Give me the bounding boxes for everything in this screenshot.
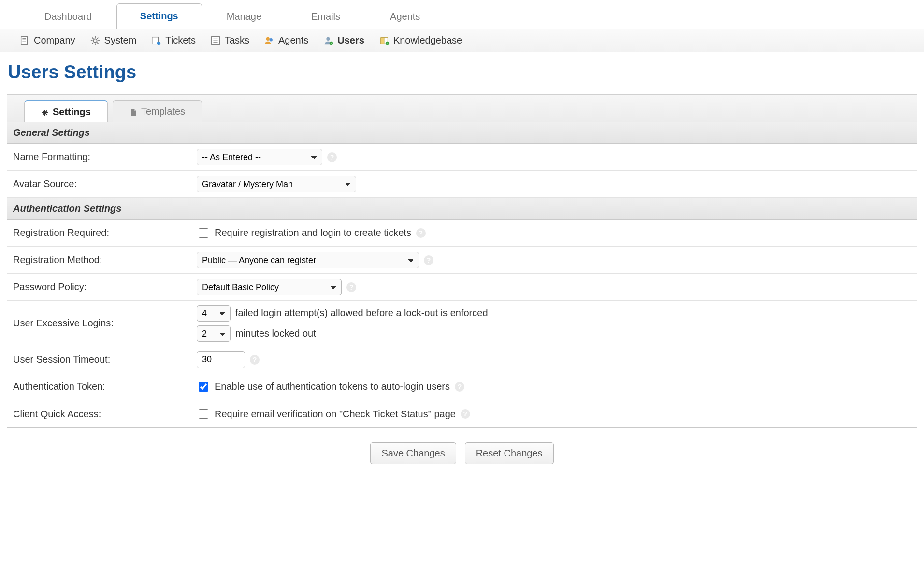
- settings-form: General Settings Name Formatting: -- As …: [7, 122, 917, 428]
- svg-text:+: +: [331, 42, 332, 45]
- topnav-tab-settings[interactable]: Settings: [116, 3, 202, 29]
- select-name-formatting[interactable]: -- As Entered --: [197, 149, 322, 165]
- subnav-label: Tickets: [165, 35, 196, 46]
- checkbox-registration-required[interactable]: [199, 228, 208, 238]
- help-icon[interactable]: ?: [327, 152, 337, 162]
- text-lock-minutes: minutes locked out: [235, 328, 316, 339]
- svg-point-4: [93, 39, 97, 42]
- content-tab-label: Settings: [53, 106, 91, 118]
- input-session-timeout[interactable]: [197, 351, 245, 368]
- subnav-label: Agents: [278, 35, 308, 46]
- subnav-label: Tasks: [225, 35, 249, 46]
- text-registration-required: Require registration and login to create…: [215, 227, 411, 238]
- row-name-formatting: Name Formatting: -- As Entered -- ?: [7, 144, 917, 171]
- row-registration-required: Registration Required: Require registrat…: [7, 220, 917, 247]
- label-registration-method: Registration Method:: [7, 249, 191, 271]
- content-tabs: Settings Templates: [7, 94, 917, 122]
- content-tab-settings[interactable]: Settings: [24, 100, 108, 122]
- label-auth-token: Authentication Token:: [7, 375, 191, 398]
- section-header-general: General Settings: [7, 122, 917, 144]
- select-login-attempts[interactable]: 4: [197, 305, 231, 322]
- svg-point-21: [269, 38, 272, 41]
- subnav-company[interactable]: Company: [19, 35, 75, 46]
- select-avatar-source[interactable]: Gravatar / Mystery Man: [197, 176, 356, 192]
- row-auth-token: Authentication Token: Enable use of auth…: [7, 373, 917, 400]
- subnav-agents[interactable]: Agents: [264, 35, 308, 46]
- svg-text:+: +: [158, 42, 159, 45]
- asterisk-icon: [41, 108, 49, 116]
- select-lock-minutes[interactable]: 2: [197, 325, 231, 342]
- sub-nav: Company System + Tickets Tasks Agents + …: [0, 29, 924, 52]
- subnav-label: System: [104, 35, 137, 46]
- save-button[interactable]: Save Changes: [370, 442, 456, 464]
- topnav-tab-dashboard[interactable]: Dashboard: [19, 4, 117, 29]
- help-icon[interactable]: ?: [461, 409, 470, 419]
- book-icon: +: [379, 35, 390, 46]
- row-avatar-source: Avatar Source: Gravatar / Mystery Man: [7, 171, 917, 198]
- topnav-tab-agents[interactable]: Agents: [365, 4, 445, 29]
- text-quick-access: Require email verification on "Check Tic…: [215, 409, 456, 420]
- svg-line-12: [97, 37, 98, 39]
- row-session-timeout: User Session Timeout: ?: [7, 346, 917, 373]
- label-quick-access: Client Quick Access:: [7, 403, 191, 426]
- content-tab-label: Templates: [141, 106, 185, 117]
- subnav-users[interactable]: + Users: [323, 35, 364, 46]
- gear-icon: [90, 35, 101, 46]
- subnav-tickets[interactable]: + Tickets: [151, 35, 196, 46]
- svg-text:+: +: [387, 42, 388, 45]
- top-nav: Dashboard Settings Manage Emails Agents: [0, 0, 924, 29]
- reset-button[interactable]: Reset Changes: [465, 442, 554, 464]
- row-excessive-logins: User Excessive Logins: 4 failed login at…: [7, 301, 917, 346]
- checkbox-quick-access[interactable]: [199, 409, 208, 419]
- company-icon: [19, 35, 30, 46]
- content-tab-templates[interactable]: Templates: [113, 100, 202, 122]
- ticket-icon: +: [151, 35, 161, 46]
- row-quick-access: Client Quick Access: Require email verif…: [7, 400, 917, 427]
- label-session-timeout: User Session Timeout:: [7, 348, 191, 371]
- button-row: Save Changes Reset Changes: [0, 428, 924, 493]
- text-login-attempts: failed login attempt(s) allowed before a…: [235, 308, 488, 319]
- help-icon[interactable]: ?: [250, 355, 260, 365]
- file-icon: [130, 108, 137, 116]
- help-icon[interactable]: ?: [424, 255, 433, 265]
- topnav-tab-manage[interactable]: Manage: [202, 4, 287, 29]
- select-registration-method[interactable]: Public — Anyone can register: [197, 252, 419, 268]
- select-password-policy[interactable]: Default Basic Policy: [197, 279, 342, 295]
- subnav-tasks[interactable]: Tasks: [210, 35, 249, 46]
- help-icon[interactable]: ?: [416, 228, 426, 238]
- svg-rect-0: [21, 36, 28, 44]
- subnav-label: Users: [337, 35, 364, 46]
- text-auth-token: Enable use of authentication tokens to a…: [215, 381, 450, 392]
- label-registration-required: Registration Required:: [7, 221, 191, 244]
- page-title: Users Settings: [0, 52, 924, 94]
- help-icon[interactable]: ?: [346, 282, 356, 292]
- help-icon[interactable]: ?: [455, 382, 464, 392]
- label-avatar-source: Avatar Source:: [7, 173, 191, 195]
- svg-point-22: [327, 37, 330, 40]
- svg-line-11: [92, 42, 93, 44]
- user-icon: +: [323, 35, 333, 46]
- row-registration-method: Registration Method: Public — Anyone can…: [7, 247, 917, 274]
- svg-line-10: [97, 42, 98, 44]
- tasks-icon: [210, 35, 221, 46]
- row-password-policy: Password Policy: Default Basic Policy ?: [7, 274, 917, 301]
- section-header-auth: Authentication Settings: [7, 198, 917, 220]
- subnav-label: Company: [34, 35, 75, 46]
- label-excessive-logins: User Excessive Logins:: [7, 312, 191, 335]
- subnav-label: Knowledgebase: [393, 35, 462, 46]
- topnav-tab-emails[interactable]: Emails: [286, 4, 365, 29]
- svg-point-20: [266, 37, 270, 40]
- agents-icon: [264, 35, 274, 46]
- checkbox-auth-token[interactable]: [199, 382, 208, 392]
- subnav-system[interactable]: System: [90, 35, 137, 46]
- subnav-knowledgebase[interactable]: + Knowledgebase: [379, 35, 462, 46]
- svg-line-9: [92, 37, 93, 39]
- label-password-policy: Password Policy:: [7, 276, 191, 298]
- label-name-formatting: Name Formatting:: [7, 146, 191, 168]
